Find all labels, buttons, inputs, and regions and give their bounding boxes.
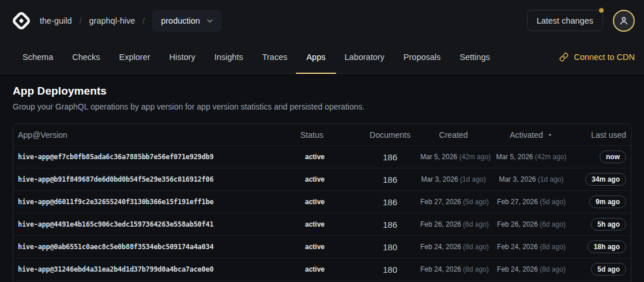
status-cell: active xyxy=(300,198,360,206)
tab-proposals[interactable]: Proposals xyxy=(398,41,446,73)
column-header-created: Created xyxy=(420,130,487,140)
header-left: the-guild / graphql-hive / production xyxy=(10,10,222,32)
top-chrome: the-guild / graphql-hive / production La… xyxy=(0,0,644,74)
documents-cell: 180 xyxy=(360,265,420,275)
app-version-cell: hive-app@0ab6551c0aec8c5e0b88f3534ebc509… xyxy=(13,243,300,251)
app-version-cell: hive-app@b91f849687de6d0bd0b54f5e29e356c… xyxy=(13,175,300,183)
created-cell: Mar 3, 2026 (1d ago) xyxy=(420,175,487,183)
app-version-cell: hive-app@ef7cb0fb85ada6c36a7885bb7e56ef0… xyxy=(13,153,300,161)
top-header: the-guild / graphql-hive / production La… xyxy=(0,0,644,41)
tab-traces[interactable]: Traces xyxy=(257,41,293,73)
app-deployments-table: App@Version Status Documents Created Act… xyxy=(13,123,631,282)
connect-to-cdn-link[interactable]: Connect to CDN xyxy=(559,41,635,73)
status-cell: active xyxy=(300,265,360,273)
column-header-app-version: App@Version xyxy=(13,130,300,140)
last-used-cell: 18h ago xyxy=(576,240,631,253)
created-cell: Feb 27, 2026 (5d ago) xyxy=(420,198,487,206)
connect-to-cdn-label: Connect to CDN xyxy=(574,52,635,62)
column-header-documents: Documents xyxy=(360,130,420,140)
breadcrumb-separator: / xyxy=(80,16,82,25)
status-cell: active xyxy=(300,175,360,183)
documents-cell: 186 xyxy=(360,220,420,230)
latest-changes-label: Latest changes xyxy=(537,16,593,25)
last-used-badge: 18h ago xyxy=(587,240,626,253)
tab-schema[interactable]: Schema xyxy=(17,41,59,73)
created-cell: Feb 24, 2026 (8d ago) xyxy=(420,265,487,273)
last-used-cell: 5h ago xyxy=(576,218,631,231)
activated-cell: Feb 24, 2026 (8d ago) xyxy=(487,265,576,273)
created-cell: Feb 26, 2026 (6d ago) xyxy=(420,220,487,228)
table-row[interactable]: hive-app@0ab6551c0aec8c5e0b88f3534ebc509… xyxy=(13,235,631,258)
notification-dot-icon xyxy=(599,8,604,13)
breadcrumb: the-guild / graphql-hive / production xyxy=(40,10,222,32)
tab-checks[interactable]: Checks xyxy=(66,41,106,73)
activated-cell: Feb 27, 2026 (5d ago) xyxy=(487,198,576,206)
created-cell: Mar 5, 2026 (42m ago) xyxy=(420,153,487,161)
activated-cell: Feb 24, 2026 (8d ago) xyxy=(487,243,576,251)
link-icon xyxy=(559,52,568,62)
documents-cell: 186 xyxy=(360,152,420,162)
tab-laboratory[interactable]: Laboratory xyxy=(339,41,390,73)
page-title: App Deployments xyxy=(13,85,631,97)
table-row[interactable]: hive-app@4491e4b165c906c3edc1597364263e5… xyxy=(13,213,631,235)
sort-descending-icon xyxy=(547,132,553,138)
last-used-badge: 5h ago xyxy=(591,218,626,231)
target-selector-label: production xyxy=(161,16,200,25)
tab-history[interactable]: History xyxy=(164,41,201,73)
latest-changes-button[interactable]: Latest changes xyxy=(527,10,603,31)
breadcrumb-project[interactable]: graphql-hive xyxy=(89,16,135,25)
column-header-last-used: Last used xyxy=(576,130,631,140)
last-used-badge: 34m ago xyxy=(585,173,626,186)
tab-explorer[interactable]: Explorer xyxy=(114,41,156,73)
activated-cell: Feb 26, 2026 (6d ago) xyxy=(487,220,576,228)
app-version-cell: hive-app@31246ebd4a31ea2b4d1d37b799d0a4b… xyxy=(13,265,300,273)
tab-bar: Schema Checks Explorer History Insights … xyxy=(0,41,644,74)
tab-settings[interactable]: Settings xyxy=(454,41,495,73)
hive-diamond-icon xyxy=(10,10,32,32)
tab-insights[interactable]: Insights xyxy=(209,41,249,73)
hive-logo[interactable] xyxy=(10,10,32,32)
activated-cell: Mar 3, 2026 (1d ago) xyxy=(487,175,576,183)
column-header-status: Status xyxy=(300,130,360,140)
user-icon xyxy=(618,15,630,27)
status-cell: active xyxy=(300,153,360,161)
header-right: Latest changes xyxy=(527,10,635,32)
documents-cell: 186 xyxy=(360,175,420,185)
last-used-cell: now xyxy=(576,151,631,163)
status-cell: active xyxy=(300,243,360,251)
avatar[interactable] xyxy=(613,10,635,32)
app-version-cell: hive-app@4491e4b165c906c3edc1597364263e5… xyxy=(13,220,300,228)
last-used-badge: now xyxy=(600,151,626,163)
main-content: App Deployments Group your GraphQL opera… xyxy=(0,74,644,282)
documents-cell: 180 xyxy=(360,242,420,252)
app-version-cell: hive-app@d6011f9c2e32655240f3130b366e15f… xyxy=(13,198,300,206)
created-cell: Feb 24, 2026 (8d ago) xyxy=(420,243,487,251)
status-cell: active xyxy=(300,220,360,228)
last-used-badge: 9m ago xyxy=(589,195,626,208)
activated-cell: Mar 5, 2026 (42m ago) xyxy=(487,153,576,161)
table-header-row: App@Version Status Documents Created Act… xyxy=(13,124,631,145)
page-description: Group your GraphQL operations by app ver… xyxy=(13,102,631,111)
chevron-down-icon xyxy=(205,16,214,25)
breadcrumb-org[interactable]: the-guild xyxy=(40,16,72,25)
last-used-cell: 9m ago xyxy=(576,195,631,208)
table-row[interactable]: hive-app@ef7cb0fb85ada6c36a7885bb7e56ef0… xyxy=(13,145,631,168)
breadcrumb-separator: / xyxy=(142,16,145,25)
last-used-cell: 34m ago xyxy=(576,173,631,186)
table-row[interactable]: hive-app@d6011f9c2e32655240f3130b366e15f… xyxy=(13,190,631,213)
column-header-activated[interactable]: Activated xyxy=(487,130,576,140)
column-header-activated-label: Activated xyxy=(510,130,543,140)
table-row[interactable]: hive-app@31246ebd4a31ea2b4d1d37b799d0a4b… xyxy=(13,258,631,280)
last-used-cell: 5d ago xyxy=(576,263,631,276)
target-selector[interactable]: production xyxy=(152,10,222,32)
tab-apps[interactable]: Apps xyxy=(300,41,331,73)
documents-cell: 186 xyxy=(360,197,420,207)
table-row[interactable]: hive-app@b91f849687de6d0bd0b54f5e29e356c… xyxy=(13,168,631,190)
last-used-badge: 5d ago xyxy=(591,263,626,276)
